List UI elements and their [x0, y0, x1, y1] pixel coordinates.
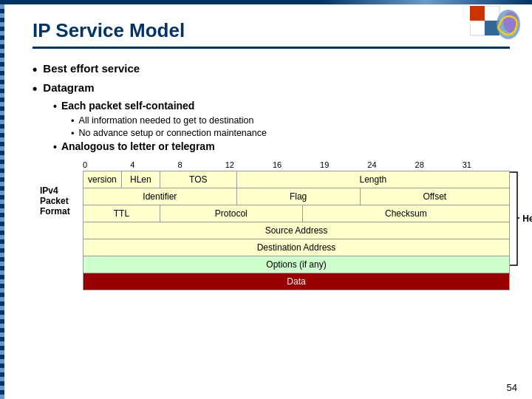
table-row: Source Address	[83, 222, 510, 239]
page-number: 54	[507, 382, 517, 393]
table-cell-offset: Offset	[360, 188, 509, 205]
bullet-no-setup-text: No advance setup or connection maintenan…	[79, 128, 267, 138]
table-cell-flag: Flag	[236, 188, 360, 205]
bullet-best-effort: • Best effort service	[33, 62, 510, 78]
table-cell-version: version	[83, 171, 122, 188]
bullet-all-info-text: All information needed to get to destina…	[79, 115, 254, 126]
table-row: Data	[83, 273, 510, 290]
header-brace: Header	[506, 171, 532, 267]
bullet-no-setup: • No advance setup or connection mainten…	[71, 128, 510, 139]
svg-rect-0	[470, 6, 485, 21]
logo	[470, 6, 522, 50]
bullet-dot-5: •	[71, 128, 75, 139]
table-row: version HLen TOS Length	[83, 171, 510, 188]
table-cell-options: Options (if any)	[83, 256, 510, 273]
header-label: Header	[522, 214, 532, 224]
packet-table-wrapper: IPv4 Packet Format version HLen TOS Leng…	[83, 171, 510, 290]
table-cell-source: Source Address	[83, 222, 510, 239]
table-cell-protocol: Protocol	[160, 205, 302, 222]
table-cell-identifier: Identifier	[83, 188, 237, 205]
table-cell-ttl: TTL	[83, 205, 160, 222]
packet-diagram: 0 4 8 12 16 19 24 28 31 IPv4 Packet Form…	[83, 160, 510, 290]
bullet-datagram-text: Datagram	[43, 81, 94, 94]
bullet-dot-6: •	[53, 140, 57, 154]
bullet-best-effort-text: Best effort service	[43, 62, 140, 75]
table-cell-data: Data	[83, 273, 510, 290]
svg-rect-2	[470, 21, 485, 35]
bullet-dot-3: •	[53, 100, 57, 113]
packet-table: version HLen TOS Length Identifier Flag …	[83, 171, 510, 290]
left-decorative-bar	[0, 0, 4, 399]
table-cell-length: Length	[236, 171, 509, 188]
table-row: Destination Address	[83, 239, 510, 256]
slide: IP Service Model • Best effort service •…	[0, 0, 532, 399]
top-decorative-bar	[0, 0, 532, 4]
table-cell-destination: Destination Address	[83, 239, 510, 256]
bullet-dot-2: •	[33, 81, 37, 98]
table-row: Identifier Flag Offset	[83, 188, 510, 205]
bullet-datagram: • Datagram	[33, 81, 510, 98]
slide-title: IP Service Model	[33, 19, 510, 49]
ipv4-label: IPv4 Packet Format	[40, 185, 70, 216]
table-cell-hlen: HLen	[121, 171, 160, 188]
table-row: Options (if any)	[83, 256, 510, 273]
bullet-analogous: • Analogous to letter or telegram	[53, 140, 510, 154]
bullet-each-packet: • Each packet self-contained	[53, 100, 510, 113]
table-row: TTL Protocol Checksum	[83, 205, 510, 222]
ruler: 0 4 8 12 16 19 24 28 31	[83, 160, 510, 169]
bullet-dot-4: •	[71, 115, 75, 126]
slide-content: IP Service Model • Best effort service •…	[33, 19, 510, 290]
table-cell-tos: TOS	[160, 171, 236, 188]
table-cell-checksum: Checksum	[302, 205, 509, 222]
bullet-all-info: • All information needed to get to desti…	[71, 115, 510, 126]
bullet-dot-1: •	[33, 62, 37, 78]
bullet-analogous-text: Analogous to letter or telegram	[61, 140, 215, 152]
svg-rect-1	[485, 6, 499, 21]
bullet-each-packet-text: Each packet self-contained	[61, 100, 195, 112]
